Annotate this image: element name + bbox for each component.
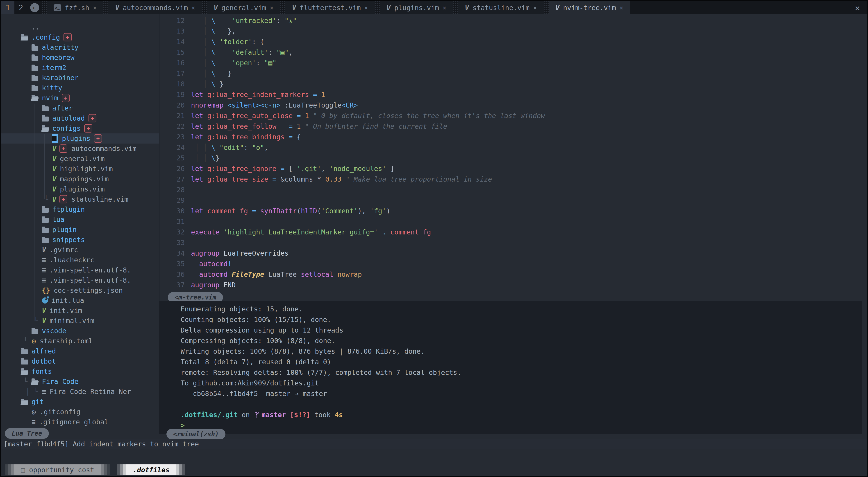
tree-item-init.vim[interactable]: Vinit.vim <box>1 306 159 316</box>
file-tree-panel[interactable]: ...config+alacrittyhomebrewiterm2karabin… <box>1 14 159 428</box>
tmux-window-opportunity_cost[interactable]: □ opportunity_cost <box>5 465 110 475</box>
tree-item-label: autocommands.vim <box>71 145 136 152</box>
terminal-line: Total 8 (delta 7), reused 0 (delta 0) <box>181 356 862 367</box>
back-arrow-icon[interactable]: ← <box>30 3 39 12</box>
tree-item-.gitconfig[interactable]: ⚙.gitconfig <box>1 407 159 417</box>
editor-buffer[interactable]: 12 │ \ 'untracked': "★"13 │ \ },14 │ \ '… <box>159 14 862 302</box>
line-number: 25 <box>159 154 191 162</box>
tree-item-Fira Code Retina Ner[interactable]: │ └ ≡Fira Code Retina Ner <box>1 386 159 397</box>
tree-item-.vim-spell-en.utf-8.[interactable]: ≡.vim-spell-en.utf-8. <box>1 275 159 285</box>
tree-item-general.vim[interactable]: Vgeneral.vim <box>1 154 159 164</box>
tree-item-label: alfred <box>32 347 56 355</box>
close-all-icon[interactable]: ✕ <box>855 3 860 12</box>
line-number: 14 <box>159 38 191 46</box>
editor-line-19: 19let g:lua_tree_indent_markers = 1 <box>159 89 862 100</box>
tree-item-label: .vim-spell-en.utf-8. <box>50 276 131 284</box>
tmux-gradient-stripe <box>176 465 179 475</box>
tab-statusline.vim[interactable]: Vstatusline.vim× <box>458 1 544 14</box>
line-number: 37 <box>159 281 191 289</box>
tree-item-highlight.vim[interactable]: Vhighlight.vim <box>1 164 159 174</box>
tree-indent-guide <box>34 103 34 321</box>
tree-item-git[interactable]: git <box>1 397 159 407</box>
tree-item-statusline.vim[interactable]: └ V+statusline.vim <box>1 194 159 204</box>
tree-item-homebrew[interactable]: homebrew <box>1 53 159 63</box>
tab-close-icon[interactable]: × <box>620 4 623 11</box>
editor-line-12: 12 │ \ 'untracked': "★" <box>159 15 862 26</box>
tree-item-after[interactable]: after <box>1 103 159 113</box>
tree-item-label: git <box>32 398 44 406</box>
folder-icon <box>21 349 28 354</box>
tree-item-plugins.vim[interactable]: Vplugins.vim <box>1 184 159 194</box>
vim-icon: V <box>292 4 296 12</box>
tree-item-.luacheckrc[interactable]: ≡.luacheckrc <box>1 255 159 265</box>
tree-item-starship.toml[interactable]: └ ⚙starship.toml <box>1 336 159 346</box>
tree-item-kitty[interactable]: kitty <box>1 83 159 93</box>
tree-item-minimal.vim[interactable]: └ Vminimal.vim <box>1 316 159 326</box>
tree-item-snippets[interactable]: snippets <box>1 235 159 245</box>
tree-item-init.lua[interactable]: init.lua <box>1 296 159 306</box>
line-number: 15 <box>159 48 191 56</box>
code-text: let g:lua_tree_ignore = [ '.git', 'node_… <box>191 165 394 173</box>
tab-plugins.vim[interactable]: Vplugins.vim× <box>380 1 453 14</box>
tree-item-.config[interactable]: .config+ <box>1 32 159 42</box>
tree-item-alfred[interactable]: alfred <box>1 346 159 356</box>
tab-nvim-tree.vim[interactable]: Vnvim-tree.vim× <box>549 1 630 14</box>
line-number: 20 <box>159 101 191 109</box>
tab-fluttertest.vim[interactable]: Vfluttertest.vim× <box>285 1 375 14</box>
lua-icon <box>42 298 48 304</box>
tmux-gradient-stripe <box>101 465 104 475</box>
tree-item-label: .. <box>32 23 40 31</box>
tab-close-icon[interactable]: × <box>442 4 446 11</box>
code-text: let g:lua_tree_size = &columns * 0.33 " … <box>191 175 492 183</box>
code-text: │ \ 'untracked': "★" <box>191 16 297 25</box>
tree-item-autocommands.vim[interactable]: V+autocommands.vim <box>1 143 159 154</box>
tab-number-2[interactable]: 2 <box>14 1 28 14</box>
tmux-window-.dotfiles[interactable]: .dotfiles <box>117 465 185 475</box>
tree-item-ftplugin[interactable]: ftplugin <box>1 204 159 214</box>
tab-close-icon[interactable]: × <box>533 4 537 11</box>
tab-number-1[interactable]: 1 <box>1 1 14 14</box>
tree-item-plugin[interactable]: plugin <box>1 225 159 235</box>
tree-item-.gitignore_global[interactable]: ≡.gitignore_global <box>1 417 159 427</box>
tree-item-nvim[interactable]: nvim+ <box>1 93 159 103</box>
editor-line-32: 32execute 'highlight LuaTreeIndentMarker… <box>159 227 862 237</box>
tree-item-label: .config <box>32 33 60 41</box>
tree-item-.vim-spell-en.utf-8.[interactable]: ≡.vim-spell-en.utf-8. <box>1 265 159 275</box>
line-number: 29 <box>159 197 191 204</box>
tab-close-icon[interactable]: × <box>93 4 96 11</box>
tab-close-icon[interactable]: × <box>191 4 195 11</box>
tree-item-mappings.vim[interactable]: Vmappings.vim <box>1 174 159 184</box>
line-number: 36 <box>159 270 191 278</box>
code-text: │ │ \} <box>191 154 219 162</box>
tab-fzf.sh[interactable]: >_fzf.sh× <box>47 1 103 14</box>
tab-close-icon[interactable]: × <box>270 4 273 11</box>
tab-autocommands.vim[interactable]: Vautocommands.vim× <box>108 1 202 14</box>
tree-item-label: lua <box>52 215 64 224</box>
tree-item-autoload[interactable]: autoload+ <box>1 113 159 123</box>
tree-item-.gvimrc[interactable]: V.gvimrc <box>1 245 159 255</box>
tree-item-Fira Code[interactable]: └ Fira Code <box>1 376 159 386</box>
tree-item-coc-settings.json[interactable]: {}coc-settings.json <box>1 285 159 296</box>
gear-yellow-icon: ⚙ <box>32 337 36 346</box>
tree-item-alacritty[interactable]: alacritty <box>1 42 159 53</box>
tab-close-icon[interactable]: × <box>364 4 368 11</box>
tree-item-plugins[interactable]: plugins+ <box>1 133 159 143</box>
tree-item-iterm2[interactable]: iterm2 <box>1 63 159 73</box>
vim-message-line: [master f1bd4f5] Add indent markers to n… <box>1 439 867 449</box>
tree-statusline-pill: Lua Tree <box>5 428 49 439</box>
editor-line-22: 22let g:lua_tree_follow = 1 " On bufEnte… <box>159 121 862 132</box>
tree-indent-guide <box>24 43 24 422</box>
tree-item-fonts[interactable]: fonts <box>1 366 159 376</box>
tree-item-vscode[interactable]: vscode <box>1 326 159 336</box>
editor-line-37: 37augroup END <box>159 280 862 290</box>
tree-item-..[interactable]: .. <box>1 22 159 32</box>
line-number: 24 <box>159 143 191 151</box>
terminal-split[interactable]: Enumerating objects: 15, done.Counting o… <box>159 301 862 434</box>
tree-item-karabiner[interactable]: karabiner <box>1 73 159 83</box>
tree-item-configs[interactable]: configs+ <box>1 123 159 133</box>
code-text: let g:lua_tree_follow = 1 " On bufEnter … <box>191 123 447 130</box>
tree-item-lua[interactable]: lua <box>1 214 159 225</box>
tab-general.vim[interactable]: Vgeneral.vim× <box>207 1 280 14</box>
tree-item-dotbot[interactable]: dotbot <box>1 356 159 366</box>
editor-line-34: 34augroup LuaTreeOverrides <box>159 248 862 259</box>
